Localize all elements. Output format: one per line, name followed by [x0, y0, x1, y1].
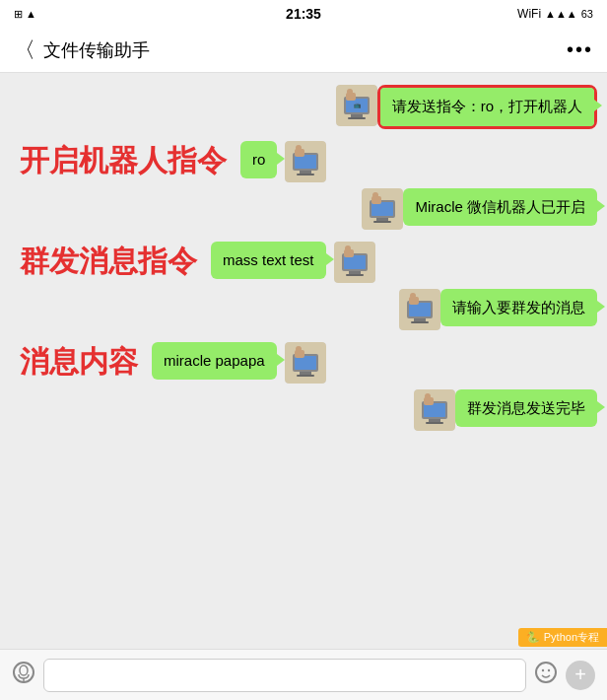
watermark-text: Python专程	[544, 630, 599, 645]
annotation-bubble-3: miracle papapa	[152, 342, 277, 381]
avatar-svg-5	[399, 289, 440, 330]
plus-icon: +	[574, 664, 586, 686]
svg-rect-31	[409, 303, 431, 316]
message-text-3: 请输入要群发的消息	[452, 299, 585, 315]
avatar-svg-7	[414, 389, 455, 431]
annotation-row-1: 开启机器人指令 ro	[20, 141, 597, 182]
svg-rect-42	[295, 350, 304, 358]
annotation-bubble-text-2: mass text test	[223, 251, 314, 268]
svg-point-51	[20, 665, 28, 675]
svg-rect-10	[295, 155, 316, 169]
avatar: 📺	[336, 85, 377, 126]
bottom-bar: +	[0, 649, 607, 700]
svg-point-53	[536, 663, 556, 682]
message-bubble-2: Miracle 微信机器人已开启	[403, 188, 597, 227]
avatar-7	[414, 389, 455, 431]
annotation-bubble-text-3: miracle papapa	[164, 352, 265, 369]
add-button[interactable]: +	[566, 661, 595, 690]
avatar-6	[285, 342, 326, 384]
annotation-bubble-1: ro	[240, 141, 277, 179]
annotation-row-3: 消息内容 miracle papapa	[20, 342, 597, 384]
python-icon: 🐍	[526, 631, 540, 644]
back-button[interactable]: 〈	[14, 39, 35, 61]
svg-rect-33	[411, 321, 429, 323]
annotation-label-1: 开启机器人指令	[20, 141, 227, 181]
svg-rect-40	[297, 375, 314, 377]
svg-rect-49	[424, 397, 434, 405]
nav-title: 文件传输助手	[43, 38, 150, 62]
svg-point-54	[542, 668, 544, 670]
svg-rect-21	[371, 196, 381, 204]
svg-rect-32	[414, 318, 426, 321]
svg-rect-24	[344, 255, 366, 269]
battery-icon: 63	[581, 8, 593, 20]
status-right: WiFi ▲▲▲ 63	[517, 7, 593, 21]
annotation-bubble-text-1: ro	[252, 151, 265, 168]
chat-area: 请发送指令：ro，打开机器人 📺 开启机器人指令 ro	[0, 73, 607, 649]
emoji-button[interactable]	[534, 661, 558, 690]
message-bubble-4: 群发消息发送完毕	[455, 389, 597, 428]
chat-row-4: 群发消息发送完毕	[10, 389, 597, 431]
avatar-3	[362, 188, 403, 230]
wifi-icon: WiFi	[517, 7, 541, 21]
svg-rect-3	[351, 114, 363, 117]
svg-rect-4	[348, 117, 366, 119]
chat-row: 请发送指令：ro，打开机器人 📺	[10, 85, 597, 129]
svg-rect-6	[346, 93, 356, 101]
chat-row-3: 请输入要群发的消息	[10, 289, 597, 330]
annotation-label-2: 群发消息指令	[20, 242, 197, 282]
avatar-svg: 📺	[336, 85, 377, 126]
status-left: ⊞ ▲	[14, 8, 36, 21]
annotation-bubble-wrap-2: mass text test	[211, 242, 375, 283]
sim-icon: ⊞ ▲	[14, 8, 36, 21]
svg-rect-25	[349, 271, 361, 274]
svg-rect-35	[409, 297, 419, 305]
svg-rect-45	[424, 403, 445, 417]
svg-rect-26	[346, 274, 364, 276]
svg-text:📺: 📺	[353, 102, 361, 109]
annotation-label-3: 消息内容	[20, 342, 138, 383]
svg-point-55	[548, 668, 550, 670]
svg-rect-11	[300, 171, 311, 174]
message-text: 请发送指令：ro，打开机器人	[392, 98, 582, 114]
annotation-row-2: 群发消息指令 mass text test	[20, 242, 597, 283]
annotation-bubble-2: mass text test	[211, 242, 326, 280]
svg-rect-14	[295, 149, 304, 157]
avatar-svg-4	[334, 242, 375, 283]
highlighted-message: 请发送指令：ro，打开机器人	[377, 85, 597, 129]
voice-button[interactable]	[12, 661, 35, 690]
svg-rect-17	[371, 202, 393, 216]
annotation-bubble-wrap-1: ro	[240, 141, 326, 182]
more-button[interactable]: •••	[567, 38, 593, 61]
avatar-svg-2	[285, 141, 326, 182]
signal-icon: ▲▲▲	[545, 8, 577, 20]
watermark: 🐍 Python专程	[0, 628, 607, 647]
nav-bar: 〈 文件传输助手 •••	[0, 28, 607, 73]
annotation-bubble-wrap-3: miracle papapa	[152, 342, 326, 384]
voice-icon	[12, 661, 35, 684]
svg-rect-47	[426, 422, 443, 424]
svg-rect-12	[297, 174, 314, 175]
svg-rect-19	[373, 221, 391, 223]
avatar-5	[399, 289, 440, 330]
status-time: 21:35	[286, 6, 321, 22]
svg-rect-46	[429, 419, 440, 422]
svg-rect-18	[376, 218, 388, 221]
svg-rect-38	[295, 356, 316, 370]
svg-rect-39	[300, 372, 311, 375]
svg-rect-28	[344, 249, 354, 257]
chat-row-2: Miracle 微信机器人已开启	[10, 188, 597, 230]
message-text-4: 群发消息发送完毕	[467, 399, 585, 416]
message-bubble: 请发送指令：ro，打开机器人	[380, 88, 594, 126]
avatar-svg-6	[285, 342, 326, 384]
avatar-svg-3	[362, 188, 403, 230]
status-bar: ⊞ ▲ 21:35 WiFi ▲▲▲ 63	[0, 0, 607, 28]
message-text-2: Miracle 微信机器人已开启	[415, 198, 585, 215]
message-bubble-3: 请输入要群发的消息	[440, 289, 597, 327]
avatar-2	[285, 141, 326, 182]
avatar-4	[334, 242, 375, 283]
watermark-badge: 🐍 Python专程	[518, 628, 607, 647]
emoji-icon	[534, 661, 558, 684]
message-input[interactable]	[43, 659, 526, 692]
